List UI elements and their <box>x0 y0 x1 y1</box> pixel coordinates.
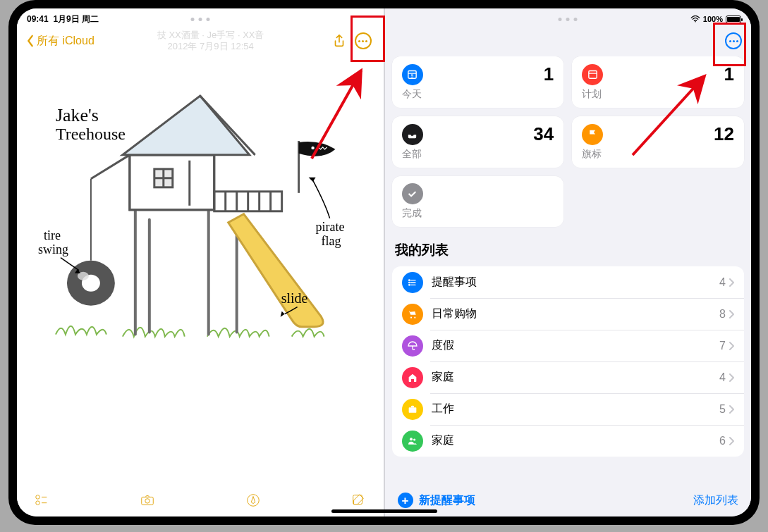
svg-point-24 <box>311 147 314 149</box>
chevron-right-icon <box>729 404 734 414</box>
card-all[interactable]: 34 全部 <box>392 116 564 168</box>
card-flagged-count: 12 <box>714 123 734 145</box>
list-row[interactable]: 度假7 <box>392 330 745 361</box>
ellipsis-circle-icon <box>355 32 372 49</box>
tray-icon <box>402 124 423 145</box>
more-button-reminders[interactable] <box>721 29 745 53</box>
card-scheduled-count: 1 <box>724 63 734 85</box>
card-today-count: 1 <box>544 63 554 85</box>
new-reminder-label: 新提醒事项 <box>419 493 475 508</box>
plus-circle-icon: + <box>398 493 413 508</box>
list-name: 工作 <box>432 402 720 416</box>
card-scheduled[interactable]: 1 计划 <box>572 56 744 108</box>
chevron-left-icon <box>25 35 35 47</box>
svg-point-48 <box>410 438 413 440</box>
notes-toolbar <box>17 484 384 516</box>
multitask-pill-right[interactable] <box>559 18 578 21</box>
battery-pct: 100% <box>703 15 723 23</box>
reminders-scroll[interactable]: 9 1 今天 1 计划 <box>385 56 752 484</box>
reminders-app-pane: 100% 9 1 <box>385 8 752 516</box>
annot-pirate2: flag <box>322 234 341 248</box>
screen: 09:41 1月9日 周二 所有 iCloud 技 XX酒量 · Je手写 · … <box>17 8 751 516</box>
lists-block: 提醒事项4日常购物8度假7家庭4工作5家庭6 <box>392 266 745 457</box>
people-icon <box>402 431 423 452</box>
svg-point-44 <box>408 284 409 285</box>
list-name: 家庭 <box>432 433 720 448</box>
camera-button[interactable] <box>135 488 159 512</box>
back-button[interactable]: 所有 iCloud <box>25 34 95 49</box>
list-count: 5 <box>719 403 726 416</box>
card-flagged[interactable]: 12 旗标 <box>572 116 744 168</box>
svg-text:9: 9 <box>411 73 414 78</box>
svg-point-45 <box>410 316 411 318</box>
home-indicator[interactable] <box>331 509 437 513</box>
list-name: 家庭 <box>432 370 720 385</box>
list-row[interactable]: 家庭6 <box>392 425 745 457</box>
reminders-footer: + 新提醒事项 添加列表 <box>385 484 752 516</box>
annot-title2: Treehouse <box>56 125 126 143</box>
calendar-today-icon: 9 <box>402 64 423 85</box>
battery-icon <box>726 16 741 23</box>
compose-button[interactable] <box>346 488 370 512</box>
list-icon <box>402 272 423 293</box>
svg-point-27 <box>36 501 40 505</box>
card-today[interactable]: 9 1 今天 <box>392 56 564 108</box>
chevron-right-icon <box>729 309 734 319</box>
card-today-label: 今天 <box>402 88 554 101</box>
status-bar-right: 100% <box>385 8 752 25</box>
svg-line-18 <box>91 155 130 179</box>
new-reminder-button[interactable]: + 新提醒事项 <box>398 493 475 508</box>
check-icon <box>402 183 423 204</box>
svg-point-30 <box>145 499 150 503</box>
multitask-pill[interactable] <box>190 18 209 21</box>
ellipsis-circle-icon <box>725 32 742 49</box>
ipad-frame: 09:41 1月9日 周二 所有 iCloud 技 XX酒量 · Je手写 · … <box>8 0 760 525</box>
annot-tire1: tire <box>44 228 61 242</box>
my-lists-title: 我的列表 <box>395 241 742 259</box>
list-row[interactable]: 提醒事项4 <box>392 266 745 298</box>
svg-point-33 <box>695 21 696 23</box>
svg-rect-29 <box>142 497 154 505</box>
briefcase-icon <box>402 399 423 420</box>
status-bar-left: 09:41 1月9日 周二 <box>17 8 384 25</box>
compose-icon <box>351 493 366 508</box>
card-all-count: 34 <box>533 123 554 145</box>
card-done[interactable]: 完成 <box>392 176 564 227</box>
svg-marker-6 <box>123 96 250 155</box>
list-row[interactable]: 家庭4 <box>392 361 745 393</box>
svg-rect-37 <box>589 71 597 79</box>
list-row[interactable]: 工作5 <box>392 393 745 425</box>
svg-point-49 <box>413 438 415 440</box>
status-date: 1月9日 周二 <box>53 13 99 25</box>
svg-rect-47 <box>408 407 416 412</box>
card-flagged-label: 旗标 <box>582 148 734 161</box>
more-button-notes[interactable] <box>351 29 375 53</box>
calendar-icon <box>582 64 603 85</box>
chevron-right-icon <box>729 278 734 287</box>
house-icon <box>402 367 423 388</box>
svg-point-43 <box>408 282 409 283</box>
status-time: 09:41 <box>27 14 49 24</box>
list-count: 4 <box>719 371 726 384</box>
note-drawing-canvas[interactable]: Jake's Treehouse tire swing slide pirate… <box>17 56 384 484</box>
svg-point-42 <box>408 280 409 280</box>
checklist-button[interactable] <box>30 488 54 512</box>
chevron-right-icon <box>729 373 734 383</box>
camera-icon <box>140 493 155 508</box>
list-count: 7 <box>719 340 726 352</box>
annot-title1: Jake's <box>56 105 99 125</box>
list-count: 4 <box>719 276 726 289</box>
flag-icon <box>582 124 603 145</box>
checklist-icon <box>34 493 49 508</box>
list-row[interactable]: 日常购物8 <box>392 298 745 330</box>
notes-header: 所有 iCloud 技 XX酒量 · Je手写 · XX音 2012年 7月9日… <box>17 25 384 56</box>
share-icon <box>331 33 347 49</box>
svg-point-46 <box>414 316 415 318</box>
list-name: 提醒事项 <box>432 275 720 290</box>
share-button[interactable] <box>327 29 351 53</box>
markup-button[interactable] <box>241 488 265 512</box>
cart-icon <box>402 304 423 325</box>
list-name: 度假 <box>432 338 720 353</box>
add-list-button[interactable]: 添加列表 <box>693 493 738 508</box>
annot-tire2: swing <box>38 242 68 256</box>
